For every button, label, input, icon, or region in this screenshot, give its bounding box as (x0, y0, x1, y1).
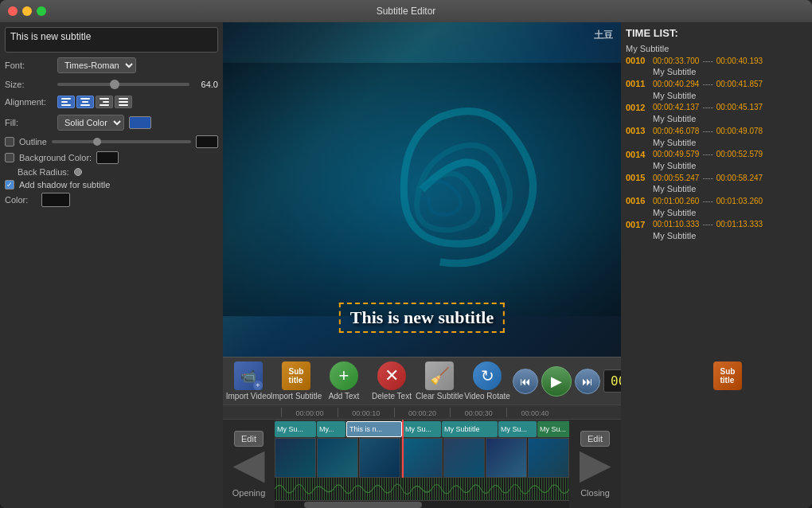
size-label: Size: (5, 80, 53, 89)
time-entry-5[interactable]: 0015 00:00:55.247 ---- 00:00:58.247 My S… (626, 172, 807, 193)
outline-checkbox[interactable] (5, 137, 14, 147)
video-rotate-label: Video Rotate (464, 392, 510, 401)
background-color-checkbox[interactable] (5, 153, 14, 162)
align-center-button[interactable] (76, 96, 94, 108)
background-color-label: Background Color: (19, 153, 92, 162)
time-in-1: 00:00:40.294 (653, 79, 699, 90)
time-num-0: 0010 (626, 55, 650, 67)
delete-text-icon: ✕ (377, 361, 406, 390)
import-video-button[interactable]: 📹 + Import Video (226, 358, 271, 404)
time-entry-0[interactable]: 0010 00:00:33.700 ---- 00:00:40.193 My S… (626, 55, 807, 76)
subtitle-clip-6[interactable]: My Su... (537, 421, 569, 437)
subtitle-overlay[interactable]: This is new subtitle (339, 303, 505, 333)
center-column: 土豆 This is new subtitle 📹 + Import Video (223, 22, 621, 508)
edit-left-button[interactable]: Edit (234, 431, 264, 447)
time-entry-3[interactable]: 0013 00:00:46.078 ---- 00:00:49.078 My S… (626, 125, 807, 147)
timeline-scrollbar[interactable] (275, 500, 569, 508)
time-in-5: 00:00:55.247 (653, 173, 699, 184)
fast-forward-button[interactable]: ⏭ (575, 369, 600, 394)
time-in-7: 00:01:10.333 (653, 219, 699, 230)
playhead-video (402, 438, 404, 478)
time-entry-preface: My Subtitle (626, 44, 807, 53)
clear-subtitle-button[interactable]: 🧹 Clear Subtitle (417, 358, 462, 404)
outline-color-swatch[interactable] (196, 135, 218, 148)
time-num-3: 0013 (626, 125, 650, 137)
minimize-button[interactable] (22, 6, 32, 16)
back-radius-knob[interactable] (74, 168, 82, 176)
time-entry-6[interactable]: 0016 00:01:00.260 ---- 00:01:03.260 My S… (626, 195, 807, 217)
subtitle-clip-4[interactable]: My Subtitle (442, 421, 498, 437)
fill-select[interactable]: Solid Color (57, 115, 124, 131)
import-video-icon: 📹 + (234, 361, 263, 390)
fill-color-swatch[interactable] (129, 116, 151, 129)
color-swatch[interactable] (41, 193, 70, 207)
time-out-1: 00:00:41.857 (716, 79, 763, 90)
ruler-marks: 00:00:00 00:00:10 00:00:20 00:00:30 00:0… (281, 408, 563, 417)
import-subtitle-label: Import Subtitle (271, 392, 322, 401)
subtitle-clip-0[interactable]: My Su... (275, 421, 316, 437)
video-rotate-button[interactable]: ↻ Video Rotate (465, 358, 509, 404)
time-num-1: 0011 (626, 78, 650, 90)
add-text-button[interactable]: + Add Text (322, 358, 366, 404)
align-right-button[interactable] (96, 96, 113, 108)
time-entry-2[interactable]: 0012 00:00:42.137 ---- 00:00:45.137 My S… (626, 102, 807, 123)
opening-arrow[interactable] (233, 451, 265, 483)
background-color-swatch[interactable] (96, 151, 119, 164)
import-subtitle-button[interactable]: Subtitle Import Subtitle (274, 358, 318, 404)
outline-slider-thumb[interactable] (93, 138, 101, 146)
shadow-row: Add shadow for subtitle (5, 180, 218, 190)
align-left-button[interactable] (57, 96, 75, 108)
timeline-scrollbar-thumb[interactable] (304, 502, 422, 508)
subtitle-clip-1[interactable]: My... (317, 421, 345, 437)
subtitle-text-display[interactable]: This is new subtitle (5, 27, 218, 53)
subtitle-clip-2[interactable]: This is n... (346, 421, 402, 437)
font-label: Font: (5, 61, 53, 70)
outline-label: Outline (19, 137, 47, 147)
left-panel: This is new subtitle Font: Times-Roman S… (0, 22, 223, 508)
timeline-area: 00:00:00 00:00:10 00:00:20 00:00:30 00:0… (223, 404, 621, 508)
ruler-mark-3: 00:00:30 (450, 408, 506, 417)
time-out-7: 00:01:13.333 (716, 219, 763, 230)
clear-subtitle-icon: 🧹 (425, 361, 454, 390)
subtitle-clip-5[interactable]: My Su... (498, 421, 537, 437)
main-window: Subtitle Editor This is new subtitle Fon… (0, 0, 812, 508)
time-num-4: 0014 (626, 149, 650, 161)
align-justify-button[interactable] (115, 96, 132, 108)
video-thumb-2 (359, 438, 400, 478)
back-radius-label: Back Radius: (18, 167, 69, 177)
ruler-mark-4: 00:00:40 (506, 408, 563, 417)
maximize-button[interactable] (37, 6, 46, 16)
time-entry-4[interactable]: 0014 00:00:49.579 ---- 00:00:52.579 My S… (626, 149, 807, 170)
playhead[interactable] (402, 420, 404, 438)
clear-subtitle-label: Clear Subtitle (416, 392, 463, 401)
titlebar: Subtitle Editor (0, 0, 812, 22)
outline-slider[interactable] (52, 140, 191, 143)
add-shadow-checkbox[interactable] (5, 180, 14, 190)
time-entry-7[interactable]: 0017 00:01:10.333 ---- 00:01:13.333 My S… (626, 219, 807, 240)
font-select[interactable]: Times-Roman (57, 57, 136, 73)
time-num-5: 0015 (626, 172, 650, 184)
play-button[interactable]: ▶ (541, 366, 572, 397)
right-panel: TIME LIST: My Subtitle 0010 00:00:33.700… (621, 22, 812, 508)
time-subtitle-5: My Subtitle (626, 184, 807, 193)
font-row: Font: Times-Roman (5, 56, 218, 75)
watermark: 土豆 (594, 29, 613, 42)
time-out-2: 00:00:45.137 (716, 102, 763, 113)
traffic-lights (8, 6, 46, 16)
fill-row: Fill: Solid Color (5, 113, 218, 132)
ruler-mark-1: 00:00:10 (338, 408, 394, 417)
close-button[interactable] (8, 6, 18, 16)
rewind-button[interactable]: ⏮ (513, 369, 538, 394)
timeline-right-control: Edit Closing (569, 420, 621, 508)
delete-text-button[interactable]: ✕ Delete Text (369, 358, 414, 404)
size-row: Size: 64.0 (5, 78, 218, 91)
closing-arrow[interactable] (580, 451, 611, 483)
size-slider-thumb[interactable] (110, 80, 119, 89)
video-thumb-5 (486, 438, 527, 478)
subtitle-clip-3[interactable]: My Su... (403, 421, 441, 437)
timeline-ruler: 00:00:00 00:00:10 00:00:20 00:00:30 00:0… (223, 405, 621, 420)
time-entry-1[interactable]: 0011 00:00:40.294 ---- 00:00:41.857 My S… (626, 78, 807, 100)
edit-right-button[interactable]: Edit (580, 431, 610, 447)
size-slider-track[interactable] (57, 83, 189, 86)
alignment-label: Alignment: (5, 97, 53, 107)
